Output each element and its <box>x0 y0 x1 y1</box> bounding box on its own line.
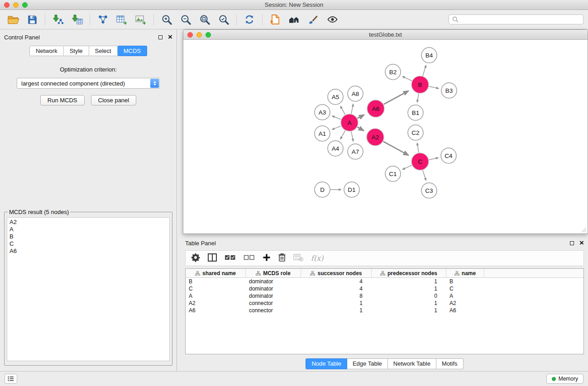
zoom-window-button[interactable] <box>22 2 28 8</box>
network-canvas[interactable]: B4B2BB3A5A8A6A3B1AC2A1A2A4A7C4CC1C3DD1 <box>183 40 588 234</box>
graph-edge-B-B2[interactable] <box>402 76 412 81</box>
mcds-result-item[interactable]: A2 <box>10 219 167 226</box>
graph-edge-C-C1[interactable] <box>402 165 412 169</box>
table-row[interactable]: Bdominator41B <box>186 278 583 285</box>
session-file-button[interactable] <box>267 12 284 27</box>
graph-node-label-C1: C1 <box>389 171 397 177</box>
run-mcds-button[interactable]: Run MCDS <box>40 95 85 105</box>
optimization-criterion-select[interactable]: largest connected component (directed) <box>17 78 160 89</box>
zoom-selected-icon <box>219 14 229 25</box>
delete-row-button[interactable] <box>278 253 286 263</box>
close-table-panel-icon[interactable]: × <box>579 240 584 246</box>
mcds-result-item[interactable]: C <box>10 240 167 248</box>
minimize-window-button[interactable] <box>13 2 19 8</box>
export-table-button[interactable] <box>113 12 130 27</box>
graph-edge-A-A3[interactable] <box>332 116 341 119</box>
zoom-network-window-button[interactable] <box>206 32 211 38</box>
style-brush-button[interactable] <box>305 12 322 27</box>
graph-edge-A-A8[interactable] <box>351 104 353 114</box>
table-row[interactable]: Adominator80A <box>186 292 583 300</box>
deselect-all-button[interactable] <box>244 254 255 262</box>
graph-edge-C-C3[interactable] <box>423 170 426 181</box>
task-history-button[interactable] <box>5 374 17 384</box>
close-panel-button[interactable]: Close panel <box>91 95 137 105</box>
column-header-shared-name[interactable]: shared name <box>186 269 246 277</box>
column-header-successor-nodes[interactable]: successor nodes <box>301 269 372 277</box>
graph-edge-B-B1[interactable] <box>417 94 419 103</box>
zoom-in-button[interactable] <box>158 12 175 27</box>
graph-node-label-A8: A8 <box>352 91 359 97</box>
import-network-button[interactable] <box>49 12 67 27</box>
tab-node-table[interactable]: Node Table <box>306 358 347 369</box>
tab-mcds[interactable]: MCDS <box>118 46 147 56</box>
open-folder-button[interactable] <box>5 12 22 27</box>
refresh-button[interactable] <box>241 12 258 27</box>
select-all-button[interactable] <box>225 254 236 262</box>
show-columns-button[interactable] <box>208 253 217 263</box>
zoom-out-button[interactable] <box>177 12 194 27</box>
graph-edge-A-A7[interactable] <box>351 132 353 142</box>
column-header-mcds-role[interactable]: MCDS role <box>246 269 301 277</box>
clone-network-button[interactable] <box>94 12 111 27</box>
graph-edge-C-C4[interactable] <box>429 158 439 160</box>
network-graph[interactable]: B4B2BB3A5A8A6A3B1AC2A1A2A4A7C4CC1C3DD1 <box>183 40 588 234</box>
graph-node-label-C: C <box>418 158 422 165</box>
column-header-name[interactable]: name <box>446 269 484 277</box>
graph-node-label-D: D <box>320 186 325 193</box>
float-table-panel-icon[interactable] <box>570 241 574 245</box>
add-row-button[interactable] <box>263 253 271 263</box>
table-row[interactable]: Cdominator41C <box>186 285 583 292</box>
control-panel-title: Control Panel <box>4 34 40 41</box>
graph-edge-A-A4[interactable] <box>340 131 345 139</box>
table-settings-button[interactable] <box>191 253 200 264</box>
column-header-predecessor-nodes[interactable]: predecessor nodes <box>372 269 446 277</box>
float-panel-icon[interactable] <box>158 35 163 39</box>
table-row[interactable]: A6connector11A6 <box>186 307 583 314</box>
close-network-window-button[interactable] <box>187 32 193 38</box>
zoom-fit-icon <box>200 14 210 25</box>
memory-button[interactable]: Memory <box>546 374 583 384</box>
close-panel-icon[interactable]: × <box>168 34 172 40</box>
graph-edge-B-B3[interactable] <box>429 86 439 88</box>
save-button[interactable] <box>24 12 41 27</box>
tab-style[interactable]: Style <box>64 46 89 56</box>
resize-grip-icon[interactable] <box>581 227 587 233</box>
zoom-fit-button[interactable] <box>196 12 213 27</box>
import-table-button[interactable] <box>68 12 86 27</box>
control-panel: Control Panel × Network Style Select MCD… <box>0 29 177 371</box>
graph-edge-B-B4[interactable] <box>423 65 426 76</box>
table-cell: 1 <box>372 307 446 314</box>
search-icon <box>452 16 459 23</box>
trash-icon <box>278 253 286 262</box>
graph-edge-A6-B[interactable] <box>384 91 409 105</box>
search-input[interactable] <box>461 16 580 23</box>
graph-edge-A-A1[interactable] <box>332 126 341 129</box>
close-window-button[interactable] <box>4 2 10 8</box>
table-cell: B <box>446 278 484 285</box>
mcds-result-item[interactable]: B <box>10 233 167 240</box>
graph-edge-C-C2[interactable] <box>417 143 419 153</box>
graph-edge-A2-C[interactable] <box>383 142 409 156</box>
function-builder-button[interactable]: f(x) <box>311 254 323 262</box>
graph-node-label-B4: B4 <box>425 52 433 59</box>
tab-select[interactable]: Select <box>89 46 118 56</box>
eye-button[interactable] <box>324 12 341 27</box>
export-image-button[interactable] <box>132 12 149 27</box>
tab-motifs[interactable]: Motifs <box>436 358 464 369</box>
table-row[interactable]: A2connector11A2 <box>186 300 583 307</box>
tab-edge-table[interactable]: Edge Table <box>347 358 388 369</box>
delete-table-button[interactable] <box>293 253 303 263</box>
home-button[interactable] <box>286 12 303 27</box>
search-box[interactable] <box>449 14 583 24</box>
graph-edge-A-A6[interactable] <box>358 115 364 119</box>
tab-network-table[interactable]: Network Table <box>388 358 436 369</box>
tab-network[interactable]: Network <box>29 46 64 56</box>
graph-edge-A-A5[interactable] <box>340 106 345 114</box>
table-panel-header: Table Panel × <box>185 238 584 248</box>
minimize-network-window-button[interactable] <box>196 32 202 38</box>
graph-edge-A-A2[interactable] <box>357 127 363 131</box>
zoom-selected-button[interactable] <box>215 12 232 27</box>
mcds-result-item[interactable]: A6 <box>10 248 167 255</box>
mcds-result-list[interactable]: A2ABCA6 <box>7 217 170 361</box>
mcds-result-item[interactable]: A <box>10 226 167 233</box>
